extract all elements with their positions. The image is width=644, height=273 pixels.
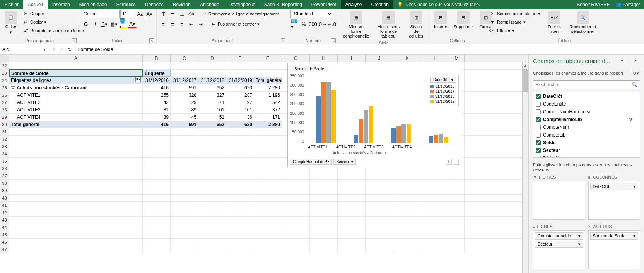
cell[interactable]: 174 — [198, 99, 226, 106]
cell[interactable] — [449, 180, 465, 187]
decrease-font-button[interactable]: A▾ — [145, 10, 154, 18]
cell[interactable] — [282, 246, 310, 253]
bold-button[interactable]: G — [82, 20, 90, 28]
cell[interactable] — [449, 231, 465, 238]
cell[interactable] — [282, 202, 310, 209]
cell[interactable]: 2 280 — [254, 121, 282, 128]
cell[interactable] — [310, 209, 338, 216]
cell[interactable] — [421, 231, 449, 238]
cell[interactable]: Étiquette▾ — [143, 70, 171, 77]
column-header-a[interactable]: A — [9, 55, 143, 62]
align-top-button[interactable]: ⊤ — [159, 10, 167, 18]
cell[interactable] — [421, 217, 449, 224]
row-header[interactable]: 33 — [0, 143, 9, 150]
values-drop-area[interactable]: Somme de Solde▾ — [588, 230, 641, 269]
field-comptenumharmonisé[interactable]: CompteNumHarmonisé — [533, 108, 640, 116]
row-header[interactable]: 28 — [0, 106, 9, 113]
accounting-format-button[interactable]: 💶▾ — [290, 20, 299, 28]
share-button[interactable]: 👥 Partager — [615, 2, 640, 7]
cell[interactable] — [143, 172, 171, 179]
cell[interactable] — [310, 187, 338, 194]
cell[interactable] — [393, 209, 421, 216]
cell[interactable]: 416 — [143, 121, 171, 128]
cell[interactable] — [226, 195, 254, 201]
cell[interactable] — [449, 239, 465, 246]
row-header[interactable]: 39 — [0, 187, 9, 194]
chart-collapse-button[interactable]: − — [453, 159, 459, 165]
cell[interactable] — [282, 217, 310, 224]
cell[interactable] — [421, 202, 449, 209]
autosum-button[interactable]: ΣSomme automatique ▾ — [488, 10, 542, 17]
cell[interactable] — [366, 209, 393, 216]
cell[interactable] — [226, 202, 254, 209]
tab-power-pivot[interactable]: Power Pivot — [307, 0, 341, 9]
bar[interactable] — [391, 128, 396, 143]
chart-expand-button[interactable]: + — [446, 159, 452, 165]
cell[interactable] — [171, 202, 198, 209]
cell[interactable] — [421, 209, 449, 216]
merge-center-button[interactable]: ⬌Fusionner et centrer ▾ — [208, 20, 261, 28]
cell[interactable] — [421, 195, 449, 201]
format-table-button[interactable]: ▤Mettre sous forme de tableau — [373, 10, 404, 40]
cell[interactable] — [338, 209, 366, 216]
clipboard-dialog-launcher[interactable]: ↘ — [72, 38, 77, 43]
cell[interactable] — [171, 209, 198, 216]
column-header-j[interactable]: J — [366, 55, 393, 62]
column-field-dateclot[interactable]: DateClôt▾ — [590, 183, 639, 190]
fx-icon[interactable]: fx — [68, 47, 71, 52]
align-bottom-button[interactable]: ⊥ — [178, 10, 186, 18]
cancel-formula-icon[interactable]: ✕ — [52, 47, 56, 52]
bar[interactable] — [331, 90, 336, 143]
cell[interactable]: 45 — [171, 114, 198, 121]
cell[interactable] — [338, 202, 366, 209]
cell[interactable]: ACTIVITE1 — [9, 92, 143, 99]
cell[interactable] — [282, 224, 310, 231]
cell[interactable]: 101 — [198, 106, 226, 113]
cell[interactable] — [226, 136, 254, 143]
cell[interactable] — [338, 195, 366, 201]
cell[interactable]: 652 — [198, 121, 226, 128]
row-field-secteur[interactable]: Secteur▾ — [535, 241, 583, 248]
row-header[interactable]: 40 — [0, 195, 9, 201]
field-comptelib[interactable]: CompteLib — [533, 131, 640, 139]
cell[interactable] — [254, 180, 282, 187]
cell[interactable] — [393, 246, 421, 253]
cell[interactable] — [393, 180, 421, 187]
field-codeentité[interactable]: CodeEntité — [533, 100, 640, 108]
cell[interactable] — [171, 165, 198, 172]
cell[interactable] — [254, 217, 282, 224]
cell[interactable]: 327 — [198, 92, 226, 99]
cell[interactable] — [226, 180, 254, 187]
cell[interactable] — [282, 231, 310, 238]
cell[interactable] — [310, 180, 338, 187]
align-center-button[interactable]: ≡ — [168, 20, 177, 28]
cell[interactable] — [9, 187, 143, 194]
cell[interactable]: 81 — [143, 106, 171, 113]
align-middle-button[interactable]: ≡ — [168, 10, 177, 18]
cell[interactable] — [338, 231, 366, 238]
field-checkbox[interactable] — [536, 125, 541, 130]
cell[interactable] — [254, 231, 282, 238]
cell[interactable]: 31/12/2019 — [226, 77, 254, 84]
cell[interactable] — [254, 239, 282, 246]
cell[interactable] — [366, 195, 393, 201]
row-header[interactable]: 42 — [0, 209, 9, 216]
row-header[interactable]: 23 — [0, 70, 9, 77]
column-header-e[interactable]: E — [226, 55, 254, 62]
cell[interactable] — [9, 165, 143, 172]
cell[interactable] — [338, 180, 366, 187]
cell[interactable]: 31/12/2017 — [171, 77, 198, 84]
cell[interactable] — [282, 195, 310, 201]
cell[interactable] — [143, 224, 171, 231]
fill-color-button[interactable]: 🪣▾ — [119, 20, 127, 28]
cell[interactable] — [449, 224, 465, 231]
cell[interactable] — [9, 136, 143, 143]
row-header[interactable]: 22 — [0, 62, 9, 69]
tab-revision[interactable]: Révision — [168, 0, 195, 9]
row-header[interactable]: 34 — [0, 150, 9, 157]
cell[interactable] — [143, 239, 171, 246]
row-field-compteharmo[interactable]: CompteHarmoLib▾ — [535, 232, 583, 240]
cell[interactable] — [421, 187, 449, 194]
cell[interactable] — [366, 231, 393, 238]
cell[interactable]: 31/12/2018 — [198, 77, 226, 84]
